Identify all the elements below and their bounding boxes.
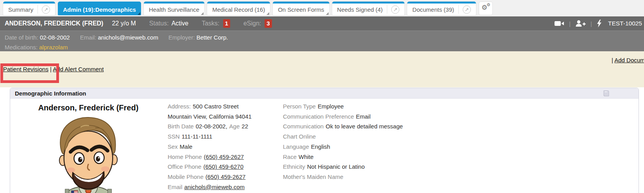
dob-value: 02-08-2002	[40, 34, 70, 41]
patient-age-sex: 22 y/o M	[112, 20, 136, 27]
field-value: White	[299, 153, 313, 160]
field-row: Home Phone(650) 459-2627	[168, 152, 252, 162]
contact-link[interactable]: (650) 459-2627	[204, 153, 244, 160]
field-row: SSN111-11-1111	[168, 132, 252, 142]
tab-documents[interactable]: Documents (39) ↗	[407, 2, 476, 15]
email-label: Email:	[80, 34, 97, 41]
field-label: Email	[168, 184, 182, 190]
patient-avatar	[54, 114, 123, 193]
employer-label: Employer:	[168, 34, 195, 41]
patient-bar-tools: | | TEST-10025	[555, 20, 642, 27]
field-row: SexMale	[168, 142, 252, 152]
add-alert-comment-link[interactable]: Add Alert Comment	[53, 66, 104, 72]
tab-summary[interactable]: Summary ↗	[3, 2, 55, 15]
field-row: RaceWhite	[283, 152, 403, 162]
settings-button[interactable]: ⚙ ⚙	[479, 2, 493, 15]
field-label: SSN	[168, 133, 180, 140]
tab-label: Medical Record (16)	[212, 6, 265, 13]
toolbar-divider: |	[590, 20, 592, 27]
video-camera-icon[interactable]	[555, 20, 564, 27]
field-value: 22	[242, 123, 248, 130]
chart-id: TEST-10025	[608, 20, 642, 27]
dropdown-fold-icon	[267, 12, 269, 15]
field-value: 111-11-1111	[182, 133, 212, 140]
field-label: Communication	[283, 123, 324, 130]
panel-body: Anderson, Frederick (Fred)	[10, 99, 639, 193]
contact-link[interactable]: anichols@mieweb.com	[184, 184, 245, 190]
status-label: Status:	[149, 20, 169, 27]
field-row: Communication PreferenceEmail	[283, 112, 403, 122]
tab-on-screen-forms[interactable]: On Screen Forms	[273, 2, 329, 15]
add-document-link[interactable]: Add Document	[614, 57, 644, 63]
patient-revisions-link[interactable]: Patient Revisions	[3, 66, 48, 72]
panel-header: Demographic Information	[10, 88, 639, 99]
info-line-2: Medications:alprazolam	[5, 42, 639, 52]
tasks-label: Tasks:	[202, 20, 219, 27]
action-strip: | Add Document Patient Revisions | Add A…	[0, 51, 644, 87]
add-person-icon[interactable]	[575, 20, 586, 27]
tab-medical-record[interactable]: Medical Record (16)	[207, 2, 270, 15]
tab-label: Documents (39)	[412, 6, 454, 13]
demographic-information-panel: Demographic Information Anderson, Freder…	[10, 88, 639, 193]
dob-label: Date of birth:	[5, 34, 38, 41]
flag-patch	[71, 191, 78, 193]
field-label: Home Phone	[168, 153, 202, 160]
demographics-column-right: Person TypeEmployeeCommunication Prefere…	[283, 101, 403, 182]
field-label: Office Phone	[168, 163, 201, 170]
popout-icon[interactable]: ↗	[463, 5, 471, 14]
add-document-row: | Add Document	[612, 57, 644, 63]
tab-bar: Summary ↗ Admin (19):Demographics Health…	[0, 0, 644, 16]
field-label: Mobile Phone	[168, 173, 204, 180]
popout-icon[interactable]: ↗	[42, 5, 50, 14]
field-label: Race	[283, 153, 297, 160]
tab-needs-signed[interactable]: Needs Signed (4) ↗	[332, 2, 405, 15]
field-label: Sex	[168, 143, 178, 150]
tab-health-surveillance[interactable]: Health Surveillance	[144, 2, 204, 15]
field-label: Person Type	[283, 103, 316, 110]
dropdown-fold-icon	[138, 12, 140, 15]
panel-title: Demographic Information	[15, 90, 86, 97]
contact-link[interactable]: (650) 459-6270	[203, 163, 243, 170]
field-value: Ok to leave detailed message	[326, 123, 403, 130]
field-value: Male	[180, 143, 193, 150]
field-label: Age	[229, 123, 240, 130]
field-label: Birth Date	[168, 123, 194, 130]
esign-badge[interactable]: 3	[265, 19, 272, 28]
esign-label: eSign:	[243, 20, 261, 27]
field-row: Emailanichols@mieweb.com	[168, 182, 252, 192]
tab-label: On Screen Forms	[278, 6, 324, 13]
journal-book-icon[interactable]	[602, 90, 610, 97]
field-row: Office Phone(650) 459-6270	[168, 162, 252, 172]
field-value: Mountain View, California 94041	[168, 113, 252, 120]
webchart-app: Summary ↗ Admin (19):Demographics Health…	[0, 0, 644, 193]
patient-header-bar: ANDERSON, FREDERICK (FRED) 22 y/o M Stat…	[0, 16, 644, 31]
field-row: Birth Date02-08-2002,Age22	[168, 121, 252, 132]
patient-links-row: Patient Revisions | Add Alert Comment	[3, 66, 104, 72]
popout-icon[interactable]: ↗	[391, 5, 399, 14]
field-value: Not Hispanic or Latino	[307, 163, 365, 170]
field-row: Mountain View, California 94041	[168, 112, 252, 122]
field-label: Communication Preference	[283, 113, 354, 120]
info-line-1: Date of birth:02-08-2002 Email:anichols@…	[5, 32, 639, 42]
field-row: EthnicityNot Hispanic or Latino	[283, 162, 403, 172]
link-separator: |	[50, 66, 52, 72]
lightning-icon[interactable]	[597, 20, 602, 27]
tasks-badge[interactable]: 1	[223, 19, 230, 28]
tab-divider	[387, 5, 387, 14]
tab-label: Needs Signed (4)	[337, 6, 383, 13]
demographics-column-left: Address:500 Castro StreetMountain View, …	[168, 101, 252, 192]
dropdown-fold-icon	[201, 12, 204, 15]
link-separator: |	[612, 57, 613, 63]
contact-link[interactable]: (650) 459-2627	[206, 173, 246, 180]
employer-value: Better Corp.	[197, 34, 228, 41]
field-row: CommunicationOk to leave detailed messag…	[283, 121, 403, 132]
field-label: Address:	[168, 103, 191, 110]
patient-display-name: Anderson, Frederick (Fred)	[10, 103, 166, 112]
tab-label: Health Surveillance	[149, 6, 199, 13]
field-value: Employee	[318, 103, 344, 110]
field-value: English	[311, 143, 330, 150]
tab-divider	[458, 5, 459, 14]
field-label: Ethnicity	[283, 163, 305, 170]
tab-admin-demographics[interactable]: Admin (19):Demographics	[58, 2, 141, 15]
medications-label: Medications:	[5, 44, 38, 51]
